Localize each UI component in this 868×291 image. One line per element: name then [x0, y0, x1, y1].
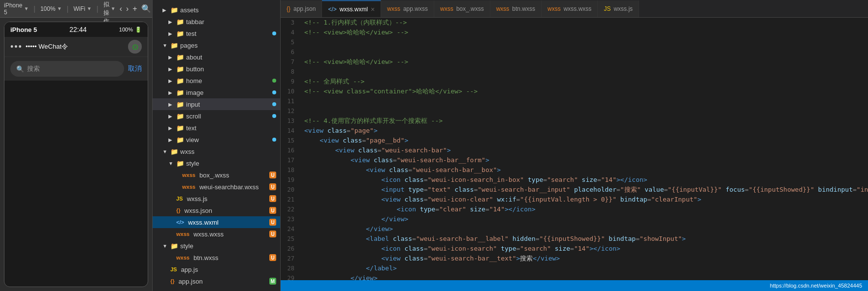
- code-line: 14 <view class="page">: [281, 126, 868, 136]
- tree-item-view[interactable]: ▶ 📁 view: [153, 134, 280, 146]
- tab-wxss-wxss[interactable]: wxss wxss.wxss: [542, 0, 598, 17]
- tree-label: wxss.wxml: [188, 219, 219, 226]
- tab-wxss-wxml[interactable]: </> wxss.wxml ×: [322, 0, 381, 17]
- tree-item-text[interactable]: ▶ 📁 text: [153, 122, 280, 134]
- code-line: 18 <view class="weui-search-bar__box">: [281, 165, 868, 175]
- expand-arrow: ▶: [168, 66, 174, 72]
- tree-item-test[interactable]: ▶ 📁 test: [153, 28, 280, 39]
- code-line: 29 </view>: [281, 273, 868, 280]
- tree-label: btn.wxss: [193, 254, 219, 262]
- code-line: 12: [281, 106, 868, 116]
- search-icon: 🔍: [16, 65, 24, 73]
- code-line: 4 <!-- <view>哈哈哈</view> -->: [281, 28, 868, 37]
- folder-icon: 📁: [176, 136, 184, 144]
- tab-app-wxss[interactable]: wxss app.wxss: [381, 0, 434, 17]
- phone-status-bar: iPhone 5 22:44 100% 🔋: [4, 22, 148, 37]
- tab-label: app.wxss: [403, 5, 428, 12]
- next-button[interactable]: ›: [126, 4, 129, 13]
- folder-icon: 📁: [176, 18, 184, 26]
- badge-u: U: [269, 172, 276, 178]
- tree-label: wxss.js: [187, 195, 207, 203]
- tree-label: scroll: [186, 113, 201, 120]
- expand-arrow: ▶: [168, 19, 174, 25]
- search-input-box[interactable]: 🔍 搜索: [10, 61, 124, 77]
- code-line: 9 <!-- 全局样式 -->: [281, 77, 868, 87]
- tree-item-box-wxss[interactable]: wxss box_.wxss U: [153, 169, 280, 181]
- zoom-arrow: ▼: [57, 6, 62, 11]
- tree-item-app-json[interactable]: {} app.json M: [153, 275, 280, 287]
- prev-button[interactable]: ‹: [120, 4, 122, 13]
- code-line: 7 <!-- <view>哈哈哈</view> -->: [281, 57, 868, 67]
- code-line: 22 <icon type="clear" size="14"></icon>: [281, 204, 868, 214]
- phone-panel: iPhone 5 ▼ | 100% ▼ | WiFi ▼ | 模拟操作 ▼ ‹ …: [0, 0, 153, 291]
- tree-item-scroll[interactable]: ▶ 📁 scroll: [153, 110, 280, 122]
- tab-label: box_.wxss: [456, 5, 484, 12]
- tree-item-wxss-wxml[interactable]: </> wxss.wxml U: [153, 216, 280, 228]
- file-tree-panel: ▶ 📁 assets ▶ 📁 tabbar ▶ 📁 test ▼ 📁 pages…: [153, 0, 281, 291]
- badge-u: U: [269, 207, 276, 214]
- search-placeholder: 搜索: [27, 64, 40, 73]
- file-type-icon: JS: [170, 266, 177, 272]
- tab-close-button[interactable]: ×: [371, 5, 375, 13]
- tree-item-image[interactable]: ▶ 📁 image: [153, 87, 280, 98]
- expand-arrow: ▶: [168, 114, 174, 119]
- tree-label: wxss.wxss: [193, 231, 224, 238]
- tree-item-pages[interactable]: ▼ 📁 pages: [153, 39, 280, 51]
- code-line: 27 <view class="weui-search-bar__text">搜…: [281, 254, 868, 263]
- expand-arrow: ▼: [162, 149, 168, 154]
- mode-arrow: ▼: [111, 6, 116, 11]
- tab-icon: wxss: [387, 5, 400, 12]
- tree-item-input[interactable]: ▶ 📁 input: [153, 98, 280, 110]
- code-line: 28 </label>: [281, 263, 868, 273]
- file-type-icon: wxss: [182, 172, 195, 178]
- tree-item-button[interactable]: ▶ 📁 button: [153, 63, 280, 75]
- file-type-icon: {}: [176, 207, 181, 213]
- tab-btn-wxss[interactable]: wxss btn.wxss: [490, 0, 542, 17]
- cancel-button[interactable]: 取消: [128, 64, 142, 73]
- badge-blue: [272, 114, 276, 118]
- tree-item-wxss-wxss[interactable]: wxss wxss.wxss U: [153, 228, 280, 240]
- expand-arrow: ▼: [168, 161, 174, 166]
- editor-panel: {} app.json </> wxss.wxml × wxss app.wxs…: [281, 0, 868, 291]
- code-line: 6: [281, 47, 868, 57]
- tree-item-style-root[interactable]: ▼ 📁 style: [153, 240, 280, 252]
- tab-box-wxss[interactable]: wxss box_.wxss: [434, 0, 490, 17]
- tree-item-home[interactable]: ▶ 📁 home: [153, 75, 280, 87]
- tree-item-about[interactable]: ▶ 📁 about: [153, 51, 280, 63]
- tree-item-wxss-json[interactable]: {} wxss.json U: [153, 204, 280, 216]
- network-selector[interactable]: WiFi ▼: [73, 5, 92, 12]
- badge-u: U: [269, 254, 276, 261]
- code-line: 21 <view class="weui-icon-clear" wx:if="…: [281, 195, 868, 204]
- file-type-icon: JS: [176, 196, 183, 202]
- tab-label: btn.wxss: [512, 5, 535, 12]
- badge-blue: [272, 31, 276, 35]
- badge-blue: [272, 90, 276, 94]
- folder-icon: 📁: [176, 77, 184, 85]
- tab-icon: JS: [604, 5, 611, 12]
- tree-item-weui-wxss[interactable]: wxss weui-searchbar.wxss U: [153, 181, 280, 193]
- tab-wxss-js[interactable]: JS wxss.js: [598, 0, 639, 17]
- tree-item-app-js[interactable]: JS app.js: [153, 263, 280, 275]
- tree-item-wxss-js[interactable]: JS wxss.js U: [153, 193, 280, 204]
- tree-item-style[interactable]: ▼ 📁 style: [153, 157, 280, 169]
- device-selector[interactable]: iPhone 5 ▼: [4, 2, 29, 16]
- tree-label: app.js: [181, 266, 198, 273]
- tree-item-btn-wxss[interactable]: wxss btn.wxss U: [153, 252, 280, 263]
- code-line: 20 <input type="text" class="weui-search…: [281, 185, 868, 195]
- tree-item-tabbar[interactable]: ▶ 📁 tabbar: [153, 16, 280, 28]
- tree-label: text: [186, 124, 196, 132]
- code-editor[interactable]: 3 <!-- 1.行内样式（内联样式）--> 4 <!-- <view>哈哈哈<…: [281, 18, 868, 280]
- wechat-dots: •••: [10, 42, 23, 52]
- tab-app-json[interactable]: {} app.json: [281, 0, 322, 17]
- search-button[interactable]: 🔍: [141, 4, 151, 13]
- folder-icon: 📁: [176, 89, 184, 96]
- tree-item-wxss[interactable]: ▼ 📁 wxss: [153, 146, 280, 157]
- tab-icon: wxss: [496, 5, 510, 12]
- zoom-selector[interactable]: 100% ▼: [40, 5, 62, 12]
- new-page-button[interactable]: +: [132, 4, 137, 13]
- phone-wechat-bar: ••• ••••• WeChat令 ⊙: [4, 37, 148, 57]
- tree-item-assets[interactable]: ▶ 📁 assets: [153, 4, 280, 16]
- tree-label: about: [186, 54, 202, 61]
- folder-icon: 📁: [170, 242, 178, 250]
- code-line: 25 <label class="weui-search-bar__label"…: [281, 234, 868, 244]
